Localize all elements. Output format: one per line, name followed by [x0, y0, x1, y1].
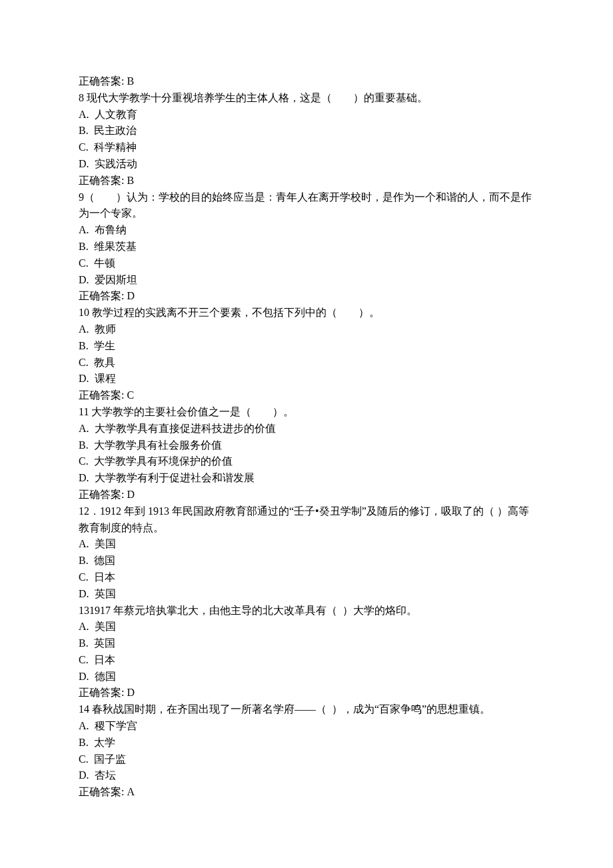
text-line: A. 美国 [79, 619, 534, 635]
text-line: 正确答案: A [79, 784, 534, 801]
text-line: 12．1912 年到 1913 年民国政府教育部通过的“壬子•癸丑学制”及随后的… [79, 503, 534, 537]
text-line: A. 大学教学具有直接促进科技进步的价值 [79, 421, 534, 437]
text-line: C. 大学教学具有环境保护的价值 [79, 453, 534, 470]
text-line: 131917 年蔡元培执掌北大，由他主导的北大改革具有（ ）大学的烙印。 [79, 603, 534, 619]
text-line: 正确答案: D [79, 288, 534, 305]
text-line: C. 国子监 [79, 751, 534, 768]
text-line: 11 大学教学的主要社会价值之一是（ ）。 [79, 404, 534, 421]
text-line: 正确答案: D [79, 487, 534, 503]
text-line: 正确答案: B [79, 73, 534, 90]
text-line: 10 教学过程的实践离不开三个要素，不包括下列中的（ ）。 [79, 305, 534, 321]
text-line: C. 日本 [79, 569, 534, 586]
text-line: D. 爱因斯坦 [79, 272, 534, 289]
text-line: D. 杏坛 [79, 767, 534, 784]
text-line: C. 牛顿 [79, 255, 534, 272]
text-line: A. 美国 [79, 536, 534, 553]
text-line: 正确答案: D [79, 685, 534, 701]
text-line: C. 科学精神 [79, 139, 534, 156]
text-line: 14 春秋战国时期，在齐国出现了一所著名学府——（ ），成为“百家争鸣”的思想重… [79, 701, 534, 718]
text-line: B. 民主政治 [79, 123, 534, 139]
text-line: C. 教具 [79, 355, 534, 371]
text-line: 正确答案: C [79, 387, 534, 404]
text-line: B. 太学 [79, 735, 534, 751]
text-line: B. 德国 [79, 553, 534, 569]
text-line: B. 学生 [79, 338, 534, 355]
text-line: B. 维果茨基 [79, 239, 534, 255]
text-line: D. 实践活动 [79, 156, 534, 173]
text-line: D. 课程 [79, 371, 534, 387]
text-line: A. 教师 [79, 321, 534, 338]
text-line: D. 大学教学有利于促进社会和谐发展 [79, 470, 534, 487]
text-line: D. 英国 [79, 586, 534, 603]
text-line: 9（ ）认为：学校的目的始终应当是：青年人在离开学校时，是作为一个和谐的人，而不… [79, 189, 534, 223]
text-line: B. 大学教学具有社会服务价值 [79, 437, 534, 454]
document-body: 正确答案: B8 现代大学教学十分重视培养学生的主体人格，这是（ ）的重要基础。… [79, 73, 534, 801]
text-line: A. 稷下学宫 [79, 718, 534, 735]
text-line: 8 现代大学教学十分重视培养学生的主体人格，这是（ ）的重要基础。 [79, 90, 534, 107]
text-line: B. 英国 [79, 635, 534, 652]
text-line: A. 人文教育 [79, 107, 534, 123]
text-line: A. 布鲁纳 [79, 222, 534, 239]
text-line: 正确答案: B [79, 173, 534, 189]
text-line: C. 日本 [79, 652, 534, 669]
text-line: D. 德国 [79, 669, 534, 685]
